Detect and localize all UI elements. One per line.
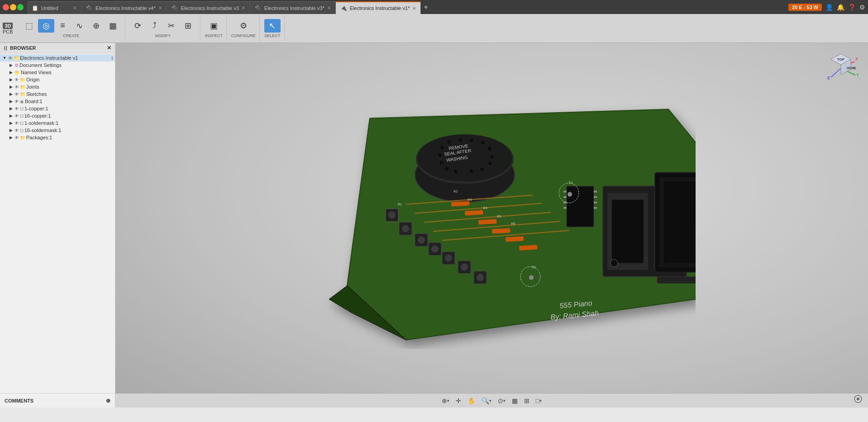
- modify-label[interactable]: MODIFY: [155, 33, 171, 38]
- new-tab-button[interactable]: +: [421, 3, 430, 11]
- create-line-button[interactable]: ≡: [55, 19, 71, 32]
- comments-bar: COMMENTS ⊕: [0, 393, 115, 408]
- board-expand: ▶: [8, 99, 14, 104]
- board-eye-icon[interactable]: 👁: [14, 99, 19, 104]
- create-secondary-button[interactable]: ◎: [38, 19, 54, 33]
- 1soldermask-eye-icon[interactable]: 👁: [14, 121, 19, 126]
- tab-untitled[interactable]: 📋 Untitled ✕: [27, 1, 81, 14]
- browser-collapse-button[interactable]: ⟨⟨: [4, 46, 7, 51]
- 16soldermask-eye-icon[interactable]: 👁: [14, 128, 19, 133]
- create-wave-button[interactable]: ∿: [72, 19, 88, 33]
- joints-eye-icon[interactable]: 👁: [14, 85, 19, 90]
- comments-expand-button[interactable]: ⊕: [106, 398, 110, 404]
- notifications-icon[interactable]: 🔔: [837, 4, 844, 11]
- browser-settings-button[interactable]: ✕: [107, 45, 111, 51]
- nav-cube[interactable]: X Y Z TOP HOME: [823, 50, 859, 86]
- help-icon[interactable]: ❓: [848, 4, 856, 11]
- svg-text:C1: C1: [569, 181, 573, 184]
- 16copper-expand: ▶: [8, 114, 14, 118]
- orbit-arrow: ▾: [447, 398, 449, 403]
- account-icon[interactable]: ⚙: [859, 4, 865, 11]
- tab-v1-icon: 🔌: [340, 5, 347, 11]
- modify-trim-button[interactable]: ✂: [163, 19, 180, 33]
- look-button[interactable]: ✋: [465, 396, 477, 405]
- create-via-button[interactable]: ⊕: [88, 19, 105, 33]
- packages-eye-icon[interactable]: 👁: [14, 135, 19, 140]
- tab-v3[interactable]: 🔌 Electronics Instructable v3 ✕: [167, 1, 250, 14]
- tab-v3b-label: Electronics Instructable v3*: [264, 5, 324, 11]
- root-visibility-icon[interactable]: 👁: [8, 56, 13, 61]
- tree-item-named-views[interactable]: ▶ 📁 Named Views: [0, 69, 115, 76]
- maximize-button[interactable]: [17, 4, 24, 10]
- viewport[interactable]: REMOVE SEAL AFTER WASHING: [115, 43, 868, 408]
- tab-v3-icon: 🔌: [172, 5, 178, 11]
- select-cursor-button[interactable]: ↖: [264, 19, 281, 33]
- 1copper-eye-icon[interactable]: 👁: [14, 106, 19, 111]
- tree-item-sketches[interactable]: ▶ 👁 📁 Sketches: [0, 90, 115, 98]
- create-pad-button[interactable]: ▦: [105, 19, 121, 33]
- svg-point-97: [857, 398, 859, 400]
- tree-item-1soldermask[interactable]: ▶ 👁 ⊡ 1-soldermask:1: [0, 119, 115, 127]
- origin-eye-icon[interactable]: 👁: [14, 77, 19, 82]
- minimize-button[interactable]: [10, 4, 16, 10]
- select-label[interactable]: SELECT: [264, 33, 280, 38]
- svg-point-54: [477, 274, 484, 281]
- inspect-drc-button[interactable]: ▣: [205, 19, 222, 33]
- create-primary-button[interactable]: ⬚: [21, 19, 38, 33]
- tab-v3b-close[interactable]: ✕: [327, 5, 331, 10]
- configure-btn[interactable]: ⚙: [235, 19, 252, 33]
- svg-text:R2: R2: [453, 190, 458, 193]
- svg-text:C2: C2: [532, 266, 536, 269]
- tree-item-packages[interactable]: ▶ 👁 📁 Packages:1: [0, 134, 115, 141]
- profile-icon[interactable]: 👤: [825, 4, 833, 11]
- configure-label[interactable]: CONFIGURE: [231, 33, 256, 38]
- tree-item-origin[interactable]: ▶ 👁 📁 Origin: [0, 76, 115, 83]
- grid-button[interactable]: ⊞: [522, 396, 532, 405]
- packages-folder-icon: 📁: [20, 135, 25, 140]
- modify-move-button[interactable]: ⟳: [130, 19, 146, 33]
- tree-item-doc-settings[interactable]: ▶ ⚙ Document Settings: [0, 62, 115, 69]
- tree-root[interactable]: ▼ 👁 📁 Electronics Instructable v1 ℹ: [0, 54, 115, 62]
- create-label[interactable]: CREATE: [63, 33, 79, 38]
- inspect-label[interactable]: INSPECT: [205, 33, 223, 38]
- tab-v4[interactable]: 🔌 Electronics Instructable v4* ✕: [81, 1, 167, 14]
- tree-item-joints[interactable]: ▶ 👁 📁 Joints: [0, 83, 115, 90]
- inspect-section: ▣ INSPECT: [201, 16, 227, 41]
- svg-point-15: [488, 147, 491, 151]
- svg-rect-33: [506, 237, 524, 242]
- tab-v1-close[interactable]: ✕: [412, 6, 416, 11]
- orbit-button[interactable]: ⊕ ▾: [439, 396, 452, 405]
- pan-button[interactable]: ✛: [453, 396, 463, 405]
- svg-point-46: [418, 237, 425, 244]
- tab-v3b[interactable]: 🔌 Electronics Instructable v3* ✕: [250, 1, 336, 14]
- tab-v1[interactable]: 🔌 Electronics Instructable v1* ✕: [336, 1, 421, 14]
- title-bar-right: 20 E - 53 W 👤 🔔 ❓ ⚙: [788, 4, 865, 11]
- tree-item-board[interactable]: ▶ 👁 ◉ Board:1: [0, 98, 115, 105]
- tab-untitled-close[interactable]: ✕: [73, 5, 76, 10]
- tree-item-1copper[interactable]: ▶ 👁 ⊡ 1-copper:1: [0, 105, 115, 112]
- 1copper-label: 1-copper:1: [24, 106, 113, 111]
- view-cube-button[interactable]: □ ▾: [534, 396, 544, 405]
- tab-v1-label: Electronics Instructable v1*: [350, 5, 410, 11]
- browser-title: BROWSER: [10, 45, 36, 51]
- tab-v3-close[interactable]: ✕: [242, 5, 245, 10]
- sketches-folder-icon: 📁: [20, 92, 25, 97]
- tab-v4-close[interactable]: ✕: [158, 5, 162, 10]
- root-info-icon[interactable]: ℹ: [111, 56, 113, 61]
- close-button[interactable]: [3, 4, 9, 10]
- 16copper-eye-icon[interactable]: 👁: [14, 114, 19, 119]
- zoom-button[interactable]: 🔍 ▾: [479, 396, 494, 405]
- svg-point-48: [431, 246, 439, 253]
- tree-item-16soldermask[interactable]: ▶ 👁 ⊡ 16-soldermask:1: [0, 127, 115, 134]
- tree-item-16copper[interactable]: ▶ 👁 ⊡ 16-copper:1: [0, 112, 115, 119]
- window-controls: [3, 4, 24, 10]
- tab-v4-label: Electronics Instructable v4*: [95, 5, 156, 11]
- modify-split-button[interactable]: ⊞: [180, 19, 196, 33]
- fit-button[interactable]: ⊙ ▾: [496, 396, 508, 405]
- svg-point-17: [490, 155, 494, 159]
- sketches-eye-icon[interactable]: 👁: [14, 92, 19, 97]
- display-mode-button[interactable]: ▦: [510, 396, 520, 405]
- pcb-label: PCB: [3, 29, 13, 34]
- svg-rect-32: [492, 228, 510, 234]
- modify-route-button[interactable]: ⤴: [147, 19, 163, 32]
